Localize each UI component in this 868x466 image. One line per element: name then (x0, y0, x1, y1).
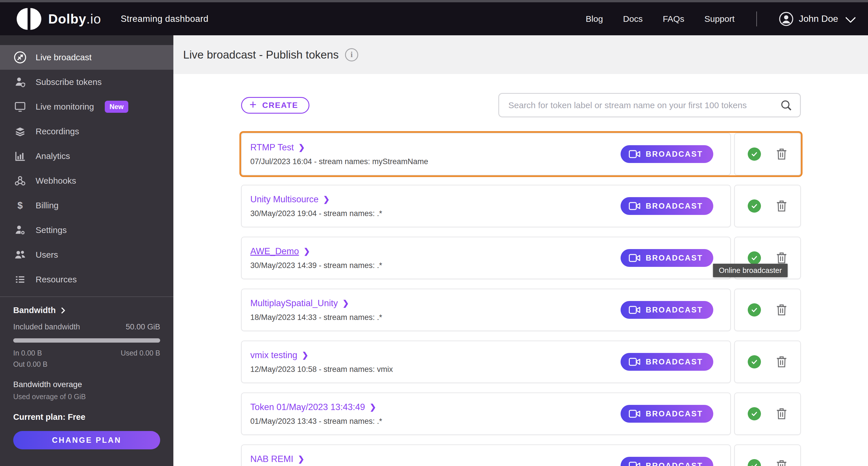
toolbar: + CREATE (241, 93, 801, 117)
included-bandwidth-label: Included bandwidth (13, 322, 80, 332)
sidebar: Live broadcast Subscribe tokens Live mon… (0, 35, 174, 466)
dolby-logo[interactable]: Dolby.io (17, 8, 101, 30)
bandwidth-panel: Bandwidth Included bandwidth 50.00 GiB I… (0, 297, 174, 449)
trash-icon (776, 355, 787, 368)
live-broadcast-icon (13, 51, 27, 64)
sidebar-item-subscribe-tokens[interactable]: Subscribe tokens (0, 70, 174, 94)
user-menu[interactable]: John Doe (779, 11, 853, 26)
search-input[interactable] (498, 93, 801, 117)
plus-icon: + (249, 99, 257, 111)
token-link[interactable]: NAB REMI ❯ (250, 454, 304, 464)
broadcast-button[interactable]: BROADCAST (621, 405, 714, 423)
delete-button[interactable] (776, 304, 787, 316)
token-card: vmix testing ❯ 12/May/2023 10:58 - strea… (241, 341, 731, 383)
status-check-icon[interactable] (748, 199, 761, 213)
layers-icon (13, 125, 27, 138)
chevron-right-icon: ❯ (323, 195, 330, 204)
sidebar-item-live-monitoring[interactable]: Live monitoring New (0, 94, 174, 119)
delete-button[interactable] (776, 355, 787, 368)
broadcast-button-label: BROADCAST (646, 461, 703, 466)
status-check-icon[interactable] (748, 303, 761, 316)
create-button[interactable]: + CREATE (241, 97, 309, 114)
sidebar-item-label: Live broadcast (36, 53, 92, 62)
token-row: AWE_Demo ❯ 30/May/2023 14:39 - stream na… (241, 237, 801, 279)
nav-divider (756, 11, 757, 26)
bandwidth-out-value: Out 0.00 B (13, 360, 160, 368)
status-check-icon[interactable] (748, 459, 761, 466)
sidebar-item-label: Live monitoring (36, 102, 94, 112)
bandwidth-title: Bandwidth (13, 306, 56, 315)
broadcast-button-label: BROADCAST (646, 409, 703, 418)
search-icon[interactable] (780, 99, 793, 113)
sidebar-item-recordings[interactable]: Recordings (0, 119, 174, 144)
token-status-card (734, 444, 801, 466)
chevron-right-icon: ❯ (303, 247, 310, 256)
sidebar-item-settings[interactable]: Settings (0, 218, 174, 243)
person-shield-icon (13, 76, 27, 88)
sidebar-item-analytics[interactable]: Analytics (0, 144, 174, 168)
broadcast-button-label: BROADCAST (646, 150, 703, 159)
bandwidth-progress-bar (13, 338, 160, 343)
nav-blog[interactable]: Blog (586, 14, 603, 24)
delete-button[interactable] (776, 252, 787, 264)
delete-button[interactable] (776, 407, 787, 420)
nav-faqs[interactable]: FAQs (663, 14, 684, 24)
token-row: Token 01/May/2023 13:43:49 ❯ 01/May/2023… (241, 393, 801, 435)
video-camera-icon (629, 201, 641, 211)
sidebar-item-label: Subscribe tokens (36, 77, 102, 87)
broadcast-button[interactable]: BROADCAST (621, 249, 714, 267)
avatar-icon (779, 11, 794, 26)
token-row: NAB REMI ❯ 14/Apr/2023 09:03 - stream na… (241, 444, 801, 466)
broadcast-button[interactable]: BROADCAST (621, 457, 714, 466)
delete-button[interactable] (776, 459, 787, 466)
users-icon (13, 248, 27, 261)
token-link[interactable]: MultiplaySpatial_Unity ❯ (250, 298, 349, 308)
trash-icon (776, 304, 787, 316)
token-status-card (734, 341, 801, 383)
trash-icon (776, 459, 787, 466)
status-check-icon[interactable] (748, 251, 761, 265)
status-check-icon[interactable] (748, 355, 761, 368)
token-link[interactable]: Unity Multisource ❯ (250, 194, 330, 205)
sidebar-item-billing[interactable]: $ Billing (0, 193, 174, 218)
chevron-down-icon (845, 12, 856, 23)
brand-name: Dolby.io (48, 11, 101, 27)
status-check-icon[interactable] (748, 148, 761, 161)
sidebar-item-resources[interactable]: Resources (0, 267, 174, 292)
video-camera-icon (629, 253, 641, 263)
nav-support[interactable]: Support (704, 14, 735, 24)
info-icon[interactable]: i (345, 48, 358, 61)
broadcast-button[interactable]: BROADCAST (621, 197, 714, 215)
new-badge: New (105, 101, 128, 113)
page-title: Live broadcast - Publish tokens (183, 49, 339, 61)
token-link[interactable]: RTMP Test ❯ (250, 142, 305, 153)
trash-icon (776, 407, 787, 420)
delete-button[interactable] (776, 200, 787, 212)
top-nav: Blog Docs FAQs Support John Doe (586, 11, 853, 26)
token-card: AWE_Demo ❯ 30/May/2023 14:39 - stream na… (241, 237, 731, 279)
token-label: RTMP Test (250, 142, 294, 153)
list-icon (13, 273, 27, 286)
token-card: Unity Multisource ❯ 30/May/2023 19:04 - … (241, 185, 731, 227)
bandwidth-header[interactable]: Bandwidth (13, 306, 160, 315)
video-camera-icon (629, 305, 641, 315)
nav-docs[interactable]: Docs (623, 14, 643, 24)
broadcast-button[interactable]: BROADCAST (621, 145, 714, 163)
sidebar-item-users[interactable]: Users (0, 243, 174, 267)
token-link[interactable]: vmix testing ❯ (250, 350, 308, 361)
broadcast-button-label: BROADCAST (646, 254, 703, 262)
token-card: NAB REMI ❯ 14/Apr/2023 09:03 - stream na… (241, 444, 731, 466)
sidebar-item-live-broadcast[interactable]: Live broadcast (0, 45, 174, 70)
token-link[interactable]: Token 01/May/2023 13:43:49 ❯ (250, 402, 376, 412)
token-label: AWE_Demo (250, 246, 299, 256)
broadcast-button[interactable]: BROADCAST (621, 301, 714, 319)
video-camera-icon (629, 357, 641, 367)
change-plan-button[interactable]: CHANGE PLAN (13, 431, 160, 449)
sidebar-item-webhooks[interactable]: Webhooks (0, 168, 174, 193)
broadcast-button[interactable]: BROADCAST (621, 353, 714, 371)
token-link[interactable]: AWE_Demo ❯ (250, 246, 310, 256)
trash-icon (776, 252, 787, 264)
delete-button[interactable] (776, 148, 787, 160)
token-label: Unity Multisource (250, 194, 319, 205)
status-check-icon[interactable] (748, 407, 761, 421)
